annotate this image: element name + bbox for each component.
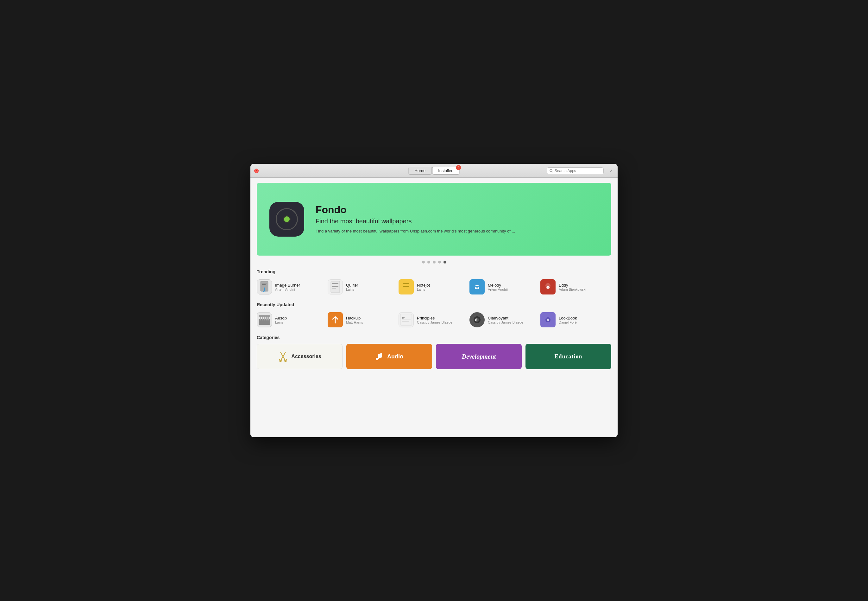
app-icon-image-burner (257, 279, 272, 294)
carousel-dots (257, 261, 611, 264)
hero-description: Find a variety of the most beautiful wal… (316, 228, 515, 234)
app-icon-quilter (328, 279, 343, 294)
app-name: Eddy (559, 283, 586, 288)
list-item[interactable]: Image Burner Artem Anufrij (257, 278, 328, 296)
svg-rect-25 (266, 316, 267, 320)
app-author: Adam Bieńkowski (559, 288, 586, 291)
list-item[interactable]: Melody Artem Anufrij (469, 278, 540, 296)
app-name: HackUp (346, 316, 363, 320)
carousel-dot-3[interactable] (433, 261, 436, 264)
hero-text: Fondo Find the most beautiful wallpapers… (316, 204, 515, 234)
app-name: Notejot (417, 283, 430, 288)
app-author: Matt Harris (346, 320, 363, 324)
app-window: × Home Installed 4 ⤢ (251, 164, 617, 437)
app-name: Melody (488, 283, 508, 288)
titlebar: × Home Installed 4 ⤢ (251, 164, 617, 178)
category-education-label: Education (554, 353, 582, 360)
carousel-dot-5[interactable] (443, 261, 446, 264)
app-icon-notejot (399, 279, 414, 294)
list-item[interactable]: Aesop Lains (257, 311, 328, 329)
carousel-dot-1[interactable] (422, 261, 425, 264)
svg-rect-24 (264, 316, 265, 320)
app-icon-aesop (257, 312, 272, 327)
app-icon-principles: 10 (399, 312, 414, 327)
categories-section-title: Categories (257, 335, 611, 340)
category-accessories[interactable]: Accessories (257, 344, 342, 369)
app-author: Lains (417, 288, 430, 291)
app-author: Daniel Foré (559, 320, 577, 324)
tab-home[interactable]: Home (408, 167, 431, 175)
hero-title: Fondo (316, 204, 515, 216)
hero-app-icon (269, 202, 304, 236)
carousel-dot-4[interactable] (438, 261, 441, 264)
app-info: Image Burner Artem Anufrij (275, 283, 300, 291)
category-development[interactable]: Development (436, 344, 522, 369)
app-author: Cassidy James Blaede (488, 320, 523, 324)
app-icon-clairvoyant: 8 (469, 312, 484, 327)
category-audio[interactable]: Audio (346, 344, 432, 369)
svg-line-1 (552, 171, 553, 172)
category-accessories-label: Accessories (291, 354, 321, 359)
search-input[interactable] (555, 169, 601, 173)
svg-rect-22 (260, 316, 261, 320)
app-info: Melody Artem Anufrij (488, 283, 508, 291)
svg-rect-23 (262, 316, 263, 320)
app-author: Artem Anufrij (488, 288, 508, 291)
search-bar[interactable] (547, 167, 604, 174)
list-item[interactable]: 8 Clairvoyant Cassidy James Blaede (469, 311, 540, 329)
app-info: Notejot Lains (417, 283, 430, 291)
carousel-dot-2[interactable] (427, 261, 430, 264)
app-author: Lains (346, 288, 358, 291)
tab-installed[interactable]: Installed 4 (432, 167, 459, 175)
list-item[interactable]: Quilter Lains (328, 278, 399, 296)
svg-point-16 (475, 287, 477, 289)
app-info: Quilter Lains (346, 283, 358, 291)
search-icon (550, 169, 553, 173)
music-note-icon (375, 351, 384, 362)
nav-tabs: Home Installed 4 (408, 167, 459, 175)
recently-updated-apps-grid: Aesop Lains HackUp Matt Harris (257, 311, 611, 329)
list-item[interactable]: LookBook Daniel Foré (540, 311, 611, 329)
app-info: Aesop Lains (275, 316, 287, 324)
scissors-icon (278, 351, 288, 362)
main-content: Fondo Find the most beautiful wallpapers… (251, 178, 617, 437)
app-name: Principles (417, 316, 452, 320)
app-info: LookBook Daniel Foré (559, 316, 577, 324)
app-name: Aesop (275, 316, 287, 320)
app-author: Cassidy James Blaede (417, 320, 452, 324)
app-info: Principles Cassidy James Blaede (417, 316, 452, 324)
category-education[interactable]: Education (526, 344, 611, 369)
app-author: Artem Anufrij (275, 288, 300, 291)
svg-rect-11 (402, 281, 411, 293)
fullscreen-icon[interactable]: ⤢ (610, 169, 614, 173)
app-icon-eddy (540, 279, 556, 294)
list-item[interactable]: Eddy Adam Bieńkowski (540, 278, 611, 296)
app-name: Quilter (346, 283, 358, 288)
app-icon-lookbook (540, 312, 556, 327)
app-name: LookBook (559, 316, 577, 320)
svg-text:10: 10 (402, 316, 405, 319)
app-info: Clairvoyant Cassidy James Blaede (488, 316, 523, 324)
categories-grid: Accessories Audio Development Education (257, 344, 611, 369)
installed-badge: 4 (456, 165, 461, 170)
close-button[interactable]: × (254, 169, 258, 173)
app-icon-melody (469, 279, 484, 294)
svg-point-17 (477, 287, 479, 289)
category-development-label: Development (462, 353, 496, 360)
svg-point-0 (550, 169, 552, 171)
app-author: Lains (275, 320, 287, 324)
app-info: HackUp Matt Harris (346, 316, 363, 324)
trending-apps-grid: Image Burner Artem Anufrij Quilter (257, 278, 611, 296)
hero-subtitle: Find the most beautiful wallpapers (316, 218, 515, 225)
category-audio-label: Audio (387, 353, 403, 360)
svg-point-15 (473, 282, 481, 291)
svg-point-20 (547, 286, 549, 288)
svg-rect-26 (267, 316, 269, 320)
app-icon-hackup (328, 312, 343, 327)
list-item[interactable]: Notejot Lains (399, 278, 469, 296)
list-item[interactable]: 10 Principles Cassidy James Blaede (399, 311, 469, 329)
hero-banner[interactable]: Fondo Find the most beautiful wallpapers… (257, 183, 611, 256)
app-name: Clairvoyant (488, 316, 523, 320)
svg-rect-5 (264, 288, 265, 291)
list-item[interactable]: HackUp Matt Harris (328, 311, 399, 329)
